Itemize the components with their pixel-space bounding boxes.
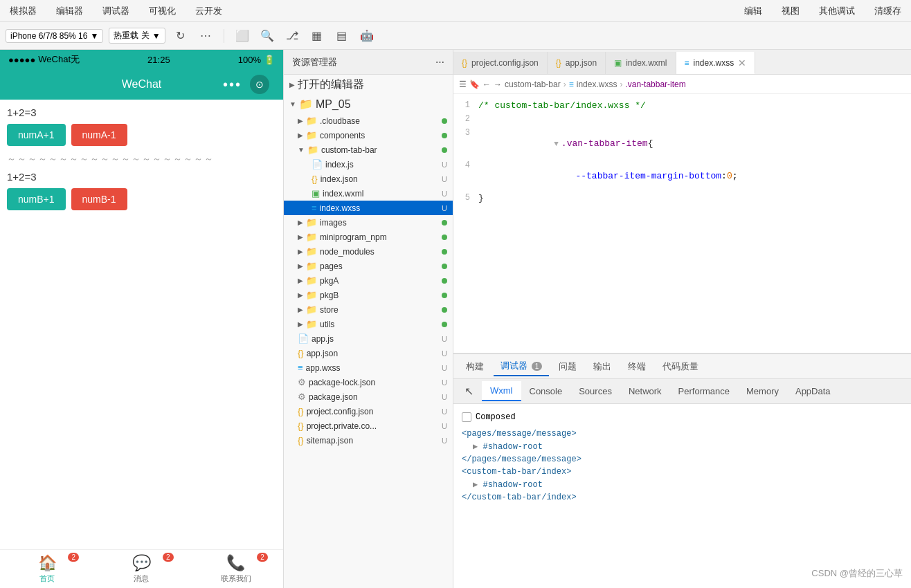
wxml-line-1[interactable]: <pages/message/message>: [462, 428, 903, 440]
pkgB-label: pkgB: [320, 291, 339, 300]
cloudbase-folder[interactable]: ▶ 📁 .cloudbase: [284, 113, 453, 128]
open-editors-section[interactable]: ▶ 打开的编辑器: [284, 75, 453, 95]
numA-minus-button[interactable]: numA-1: [71, 124, 127, 146]
package-lock-file[interactable]: ⚙ package-lock.json U: [284, 375, 453, 389]
node-modules-folder[interactable]: ▶ 📁 node_modules: [284, 244, 453, 259]
numB-plus-button[interactable]: numB+1: [7, 188, 66, 210]
node-modules-label: node_modules: [320, 247, 375, 257]
app-json-file[interactable]: {} app.json U: [284, 346, 453, 360]
wxml-expand-2[interactable]: ▶: [473, 480, 482, 490]
toolbar-debugger[interactable]: 调试器: [98, 3, 134, 19]
wxml-line-4[interactable]: <custom-tab-bar/index>: [462, 466, 903, 478]
toolbar-simulator[interactable]: 模拟器: [6, 3, 41, 19]
branch-icon[interactable]: ⎇: [282, 26, 302, 46]
devtool-console[interactable]: Console: [521, 382, 571, 401]
line-num-1: 1: [453, 100, 478, 110]
tab-build[interactable]: 构建: [459, 358, 491, 376]
file-panel-title: 资源管理器: [292, 56, 337, 68]
breadcrumb-bookmark-icon[interactable]: 🔖: [469, 80, 480, 89]
store-folder[interactable]: ▶ 📁 store: [284, 302, 453, 317]
wxml-line-6[interactable]: </custom-tab-bar/index>: [462, 491, 903, 504]
node-modules-icon: 📁: [306, 246, 317, 257]
breadcrumb-back-icon[interactable]: ←: [482, 80, 491, 89]
toolbar-other-debug[interactable]: 其他调试: [815, 3, 859, 19]
tab-project-config[interactable]: {} project.config.json: [453, 52, 548, 74]
project-config-file[interactable]: {} project.config.json U: [284, 404, 453, 419]
custom-tab-bar-folder[interactable]: ▼ 📁 custom-tab-bar: [284, 143, 453, 157]
code-line-2: 2: [453, 113, 911, 127]
package-lock-label: package-lock.json: [309, 378, 375, 387]
miniprogram-npm-folder[interactable]: ▶ 📁 miniprogram_npm: [284, 230, 453, 244]
search-icon[interactable]: 🔍: [258, 26, 277, 46]
utils-folder[interactable]: ▶ 📁 utils: [284, 317, 453, 331]
images-folder[interactable]: ▶ 📁 images: [284, 215, 453, 230]
tab-debugger[interactable]: 调试器 1: [494, 357, 549, 376]
code-editor[interactable]: 1 /* custom-tab-bar/index.wxss */ 2 3 ▼.…: [453, 94, 911, 353]
tabbar-home[interactable]: 2 🏠 首页: [0, 550, 94, 588]
collapse-indicator[interactable]: ▼: [554, 140, 559, 148]
tabbar-contact[interactable]: 2 📞 联系我们: [189, 550, 283, 588]
index-wxml-file[interactable]: ▣ index.wxml U: [284, 186, 453, 201]
file-tree: ▶ 打开的编辑器 ▼ 📁 MP_05 ▶ 📁 .cloudbase ▶ 📁 co…: [284, 75, 453, 588]
toolbar-clear-cache[interactable]: 清缓存: [870, 3, 905, 19]
more-button[interactable]: ⋯: [196, 26, 215, 46]
numB-minus-button[interactable]: numB-1: [71, 188, 127, 210]
devtool-appdata[interactable]: AppData: [787, 382, 839, 401]
tab-index-wxml[interactable]: ▣ index.wxml: [606, 52, 676, 74]
device-select[interactable]: iPhone 6/7/8 85% 16 ▼: [6, 29, 103, 43]
tab-terminal[interactable]: 终端: [621, 358, 653, 376]
tabbar-messages[interactable]: 2 💬 消息: [94, 550, 188, 588]
pages-label: pages: [320, 261, 343, 271]
wxml-line-5[interactable]: ▶ #shadow-root: [462, 478, 903, 491]
layout-icon[interactable]: ▦: [307, 26, 327, 46]
wxml-line-2[interactable]: ▶ #shadow-root: [462, 440, 903, 453]
pages-folder[interactable]: ▶ 📁 pages: [284, 259, 453, 273]
tab-output[interactable]: 输出: [586, 358, 618, 376]
tab-code-quality[interactable]: 代码质量: [656, 358, 705, 376]
hotreload-select[interactable]: 热重载 关 ▼: [109, 28, 165, 44]
tab-index-wxss[interactable]: ≡ index.wxss ✕: [676, 52, 756, 74]
new-page-icon[interactable]: ⬜: [233, 26, 252, 46]
miniprogram-npm-label: miniprogram_npm: [320, 232, 387, 242]
package-json-file[interactable]: ⚙ package.json U: [284, 389, 453, 404]
refresh-button[interactable]: ↻: [171, 26, 190, 46]
devtool-wxml[interactable]: Wxml: [482, 381, 521, 401]
index-json-file[interactable]: {} index.json U: [284, 172, 453, 186]
toolbar-visualize[interactable]: 可视化: [145, 3, 180, 19]
wxml-expand-1[interactable]: ▶: [473, 442, 482, 452]
toolbar-edit[interactable]: 编辑: [740, 3, 766, 19]
composed-checkbox[interactable]: [462, 412, 471, 422]
breadcrumb-forward-icon[interactable]: →: [494, 80, 502, 89]
project-section[interactable]: ▼ 📁 MP_05: [284, 95, 453, 113]
sitemap-file[interactable]: {} sitemap.json U: [284, 433, 453, 448]
tab-app-json[interactable]: {} app.json: [548, 52, 606, 74]
devtool-cursor-icon[interactable]: ↖: [456, 380, 482, 402]
devtool-performance[interactable]: Performance: [670, 382, 738, 401]
pkgB-folder[interactable]: ▶ 📁 pkgB: [284, 288, 453, 302]
hotreload-dropdown-icon: ▼: [152, 31, 161, 41]
tab-issues[interactable]: 问题: [552, 358, 584, 376]
app-wxss-file[interactable]: ≡ app.wxss U: [284, 360, 453, 375]
devtool-memory[interactable]: Memory: [738, 382, 787, 401]
pkgA-folder[interactable]: ▶ 📁 pkgA: [284, 273, 453, 288]
index-js-file[interactable]: 📄 index.js U: [284, 157, 453, 172]
index-wxss-file[interactable]: ≡ index.wxss U: [284, 201, 453, 215]
phone-menu-dots[interactable]: •••: [223, 77, 242, 93]
tab-close-button[interactable]: ✕: [738, 57, 746, 68]
wxml-line-3[interactable]: </pages/message/message>: [462, 453, 903, 466]
project-private-file[interactable]: {} project.private.co... U: [284, 419, 453, 433]
toolbar-cloud[interactable]: 云开发: [191, 3, 226, 19]
phone-panel: ●●●●● WeChat无 21:25 100% 🔋 WeChat ••• ⊙ …: [0, 50, 284, 588]
devtool-network[interactable]: Network: [620, 382, 670, 401]
robot-icon[interactable]: 🤖: [357, 26, 377, 46]
panel-icon[interactable]: ▤: [332, 26, 352, 46]
components-folder[interactable]: ▶ 📁 components: [284, 128, 453, 143]
file-panel-more[interactable]: ⋯: [435, 57, 444, 67]
app-js-file[interactable]: 📄 app.js U: [284, 331, 453, 346]
devtool-sources[interactable]: Sources: [570, 382, 620, 401]
breadcrumb-menu-icon[interactable]: ☰: [459, 80, 467, 89]
toolbar-view[interactable]: 视图: [777, 3, 804, 19]
numA-plus-button[interactable]: numA+1: [7, 124, 66, 146]
toolbar-editor[interactable]: 编辑器: [52, 3, 87, 19]
equation-1: 1+2=3: [7, 107, 276, 118]
